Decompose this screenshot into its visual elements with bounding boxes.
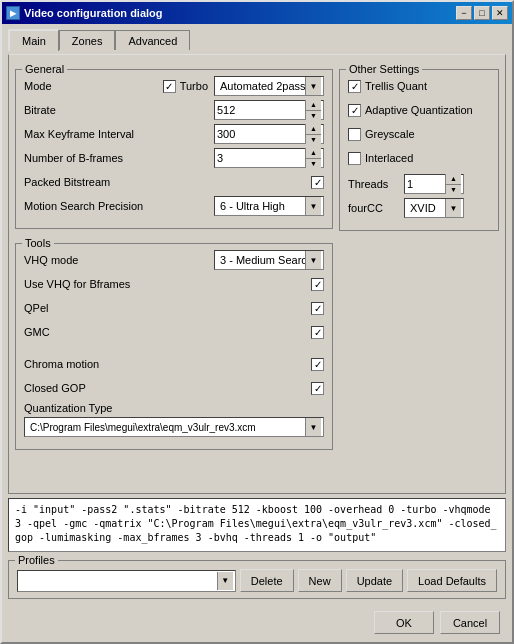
bframes-label: Number of B-frames [24, 152, 214, 164]
fourcc-label: fourCC [348, 202, 398, 214]
window-body: Main Zones Advanced General Mode [2, 24, 512, 642]
bitrate-spin-down[interactable]: ▼ [306, 111, 321, 121]
mode-select[interactable]: Automated 2pass ▼ [214, 76, 324, 96]
quant-type-label: Quantization Type [24, 402, 112, 414]
bframes-row: Number of B-frames 3 ▲ ▼ [24, 148, 324, 168]
adaptive-container[interactable]: Adaptive Quantization [348, 104, 473, 117]
close-button[interactable]: ✕ [492, 6, 508, 20]
adaptive-checkbox[interactable] [348, 104, 361, 117]
general-group: General Mode Turbo Automated 2pass ▼ [15, 69, 333, 229]
turbo-checkbox-container[interactable]: Turbo [163, 80, 208, 93]
gmc-row: GMC [24, 322, 324, 342]
closed-gop-checkbox[interactable] [311, 382, 324, 395]
vhq-row: VHQ mode 3 - Medium Search ▼ [24, 250, 324, 270]
bitrate-spinbox[interactable]: 512 ▲ ▼ [214, 100, 324, 120]
bframes-spin-down[interactable]: ▼ [306, 159, 321, 169]
new-button[interactable]: New [298, 569, 342, 592]
greyscale-checkbox[interactable] [348, 128, 361, 141]
bframes-input[interactable]: 3 [215, 149, 305, 167]
motion-row: Motion Search Precision 6 - Ultra High ▼ [24, 196, 324, 216]
delete-button[interactable]: Delete [240, 569, 294, 592]
vhq-select-arrow[interactable]: ▼ [305, 251, 321, 269]
vhq-select[interactable]: 3 - Medium Search ▼ [214, 250, 324, 270]
profiles-arrow[interactable]: ▼ [217, 572, 233, 590]
packed-label: Packed Bitstream [24, 176, 214, 188]
left-panel: General Mode Turbo Automated 2pass ▼ [15, 61, 333, 487]
ok-button[interactable]: OK [374, 611, 434, 634]
maximize-button[interactable]: □ [474, 6, 490, 20]
keyframe-spin-down[interactable]: ▼ [306, 135, 321, 145]
motion-select[interactable]: 6 - Ultra High ▼ [214, 196, 324, 216]
cancel-button[interactable]: Cancel [440, 611, 500, 634]
fourcc-arrow[interactable]: ▼ [445, 199, 461, 217]
load-defaults-button[interactable]: Load Defaults [407, 569, 497, 592]
keyframe-input[interactable]: 300 [215, 125, 305, 143]
title-bar: ▶ Video configuration dialog − □ ✕ [2, 2, 512, 24]
greyscale-container[interactable]: Greyscale [348, 128, 415, 141]
greyscale-label: Greyscale [365, 128, 415, 140]
bitrate-spin-up[interactable]: ▲ [306, 100, 321, 111]
threads-input[interactable]: 1 [405, 175, 445, 193]
tab-zones[interactable]: Zones [59, 30, 116, 50]
threads-spin-buttons: ▲ ▼ [445, 174, 461, 194]
minimize-button[interactable]: − [456, 6, 472, 20]
threads-spinbox[interactable]: 1 ▲ ▼ [404, 174, 464, 194]
keyframe-label: Max Keyframe Interval [24, 128, 214, 140]
bitrate-row: Bitrate 512 ▲ ▼ [24, 100, 324, 120]
mode-select-arrow[interactable]: ▼ [305, 77, 321, 95]
threads-spin-up[interactable]: ▲ [446, 174, 461, 185]
bframes-spinbox[interactable]: 3 ▲ ▼ [214, 148, 324, 168]
quant-type-row: Quantization Type C:\Program Files\megui… [24, 402, 324, 437]
qpel-row: QPel [24, 298, 324, 318]
fourcc-row: fourCC XVID ▼ [348, 198, 490, 218]
gmc-checkbox[interactable] [311, 326, 324, 339]
quant-type-select[interactable]: C:\Program Files\megui\extra\eqm_v3ulr_r… [24, 417, 324, 437]
profiles-label: Profiles [15, 554, 58, 566]
quant-type-arrow[interactable]: ▼ [305, 418, 321, 436]
profiles-select[interactable]: ▼ [17, 570, 236, 592]
qpel-checkbox[interactable] [311, 302, 324, 315]
interlaced-checkbox[interactable] [348, 152, 361, 165]
greyscale-row: Greyscale [348, 124, 490, 144]
title-buttons: − □ ✕ [456, 6, 508, 20]
adaptive-row: Adaptive Quantization [348, 100, 490, 120]
tools-label: Tools [22, 237, 54, 249]
vhq-label: VHQ mode [24, 254, 214, 266]
bitrate-input[interactable]: 512 [215, 101, 305, 119]
interlaced-row: Interlaced [348, 148, 490, 168]
app-icon: ▶ [6, 6, 20, 20]
trellis-container[interactable]: Trellis Quant [348, 80, 427, 93]
gmc-label: GMC [24, 326, 214, 338]
right-panel: Other Settings Trellis Quant Adaptive Qu… [339, 61, 499, 487]
mode-row: Mode Turbo Automated 2pass ▼ [24, 76, 324, 96]
keyframe-spin-up[interactable]: ▲ [306, 124, 321, 135]
update-button[interactable]: Update [346, 569, 403, 592]
threads-label: Threads [348, 178, 398, 190]
motion-label: Motion Search Precision [24, 200, 214, 212]
keyframe-spinbox[interactable]: 300 ▲ ▼ [214, 124, 324, 144]
tab-main[interactable]: Main [8, 29, 59, 51]
use-vhq-checkbox[interactable] [311, 278, 324, 291]
keyframe-spin-buttons: ▲ ▼ [305, 124, 321, 144]
bottom-buttons: OK Cancel [8, 607, 506, 638]
profiles-row: ▼ Delete New Update Load Defaults [17, 569, 497, 592]
motion-select-arrow[interactable]: ▼ [305, 197, 321, 215]
turbo-checkbox[interactable] [163, 80, 176, 93]
keyframe-row: Max Keyframe Interval 300 ▲ ▼ [24, 124, 324, 144]
adaptive-label: Adaptive Quantization [365, 104, 473, 116]
tab-advanced[interactable]: Advanced [115, 30, 190, 50]
threads-spin-down[interactable]: ▼ [446, 185, 461, 195]
closed-gop-row: Closed GOP [24, 378, 324, 398]
motion-select-value: 6 - Ultra High [217, 199, 305, 213]
interlaced-container[interactable]: Interlaced [348, 152, 413, 165]
fourcc-select[interactable]: XVID ▼ [404, 198, 464, 218]
chroma-checkbox[interactable] [311, 358, 324, 371]
chroma-row: Chroma motion [24, 354, 324, 374]
general-label: General [22, 63, 67, 75]
trellis-checkbox[interactable] [348, 80, 361, 93]
other-settings-group: Other Settings Trellis Quant Adaptive Qu… [339, 69, 499, 231]
use-vhq-label: Use VHQ for Bframes [24, 278, 214, 290]
threads-row: Threads 1 ▲ ▼ [348, 174, 490, 194]
bframes-spin-up[interactable]: ▲ [306, 148, 321, 159]
packed-checkbox[interactable] [311, 176, 324, 189]
